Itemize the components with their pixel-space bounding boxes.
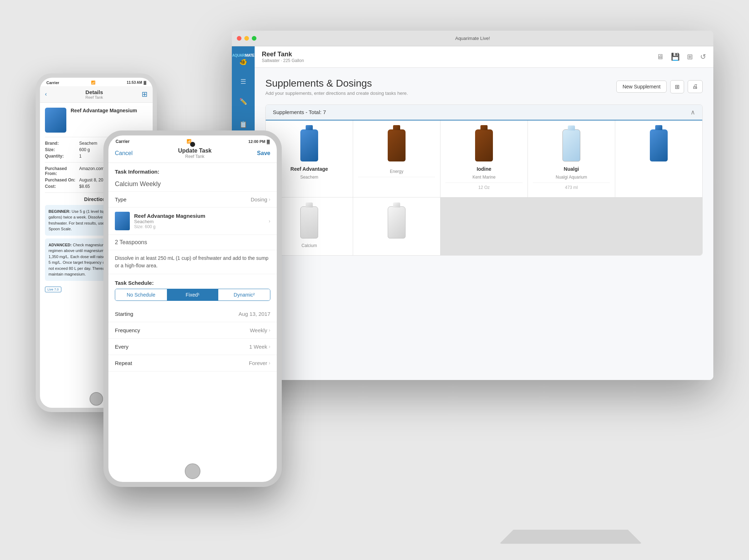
back-button[interactable]: ‹ [45, 91, 47, 97]
print-button[interactable]: 🖨 [688, 80, 703, 93]
front-time: 12:00 PM [248, 139, 265, 144]
supplement-image [644, 128, 673, 163]
iphone-back-status-right: 11:53 AM ▓ [127, 81, 146, 84]
iphone-front-body: Task Information: Calcium Weekly Type Do… [108, 163, 277, 482]
detail-product-row: Reef Advantage Magnesium [45, 108, 148, 133]
action-button[interactable]: ⊞ [142, 90, 148, 98]
iphone-back-status-bar: Carrier 📶 11:53 AM ▓ [40, 78, 153, 86]
supplement-card[interactable]: Iodine Kent Marine 12 Oz [440, 120, 528, 197]
task-name-field[interactable]: Calcium Weekly [108, 177, 277, 192]
schedule-header: Task Schedule: [108, 274, 277, 289]
supplement-brand: Calcium [301, 243, 317, 248]
size-value: 600 g [79, 147, 90, 152]
tab-dynamic[interactable]: Dynamic² [218, 289, 270, 300]
collapse-icon[interactable]: ∧ [691, 108, 695, 116]
sidebar-icon-menu[interactable]: ☰ [238, 76, 249, 87]
product-row[interactable]: Reef Advantage Magnesium Seachem Size: 6… [108, 207, 277, 235]
every-value: 1 Week › [249, 344, 270, 350]
supplement-brand: Nualgi Aquarium [556, 175, 587, 180]
supplement-image [295, 128, 323, 163]
tab-no-schedule[interactable]: No Schedule [115, 289, 167, 300]
tab-fixed[interactable]: Fixed¹ [167, 289, 219, 300]
close-button[interactable] [237, 36, 241, 41]
supplement-card[interactable] [353, 197, 440, 255]
supplement-image [470, 128, 498, 163]
every-label: Every [115, 344, 128, 350]
page-title: Supplements & Dosings [265, 78, 408, 89]
nav-title: Details [86, 89, 103, 95]
quantity-value: 1 [79, 154, 82, 159]
beginner-title: BEGINNER: [49, 209, 71, 214]
supplement-image [382, 205, 411, 240]
page-header-actions: New Supplement ⊞ 🖨 [616, 80, 703, 93]
repeat-row[interactable]: Repeat Forever › [108, 355, 277, 371]
frequency-row[interactable]: Frequency Weekly › [108, 322, 277, 339]
product-brand: Seachem [134, 219, 264, 224]
iphone-back-home-button[interactable] [90, 392, 103, 406]
supplement-size: 473 ml [533, 183, 610, 190]
supplement-image [557, 128, 586, 163]
repeat-label: Repeat [115, 360, 132, 366]
starting-label: Starting [115, 311, 133, 317]
bottle-icon [388, 129, 406, 161]
type-row[interactable]: Type Dosing › [108, 192, 277, 207]
save-icon[interactable]: 💾 [671, 52, 680, 61]
dosage-row[interactable]: 2 Teaspoons [108, 235, 277, 250]
sidebar-icon-tasks[interactable]: 📋 [238, 119, 249, 130]
bottle-icon [388, 206, 406, 238]
nav-center: Update Task Reef Tank [178, 148, 212, 159]
cancel-button[interactable]: Cancel [115, 150, 133, 156]
starting-row[interactable]: Starting Aug 13, 2017 [108, 306, 277, 322]
purchased-from-value: Amazon.com [79, 166, 104, 176]
refresh-icon[interactable]: ↺ [700, 52, 706, 61]
every-text: 1 Week [249, 344, 268, 350]
brand-label: Brand: [45, 141, 77, 146]
minimize-button[interactable] [244, 36, 249, 41]
sidebar-icon-edit[interactable]: ✏️ [238, 96, 249, 107]
supplement-brand: Energy [390, 169, 403, 174]
mac-titlebar: Aquarimate Live! [232, 31, 713, 46]
chevron-icon: › [269, 196, 270, 202]
supplement-brand: Kent Marine [473, 175, 496, 180]
maximize-button[interactable] [252, 36, 256, 41]
repeat-chevron-icon: › [269, 360, 270, 366]
product-info: Reef Advantage Magnesium Seachem Size: 6… [134, 213, 264, 229]
product-chevron-icon: › [269, 218, 270, 224]
monitor-icon[interactable]: 🖥 [657, 53, 664, 61]
frequency-value: Weekly › [250, 327, 270, 333]
nav-subtitle: Reef Tank [178, 154, 212, 159]
frequency-text: Weekly [250, 327, 267, 333]
purchased-from-label: Purchased From: [45, 166, 77, 176]
save-button[interactable]: Save [257, 150, 270, 156]
wifi-icon: 📶 [91, 81, 95, 84]
app-header-info: Reef Tank Saltwater · 225 Gallon [262, 51, 304, 63]
front-camera [190, 142, 195, 147]
nav-title: Update Task [178, 148, 212, 154]
supplement-card[interactable]: Nualgi Nualgi Aquarium 473 ml [528, 120, 615, 197]
type-value: Dosing › [251, 196, 270, 202]
bottle-icon [300, 206, 318, 238]
iphone-front-home-button[interactable] [185, 463, 200, 479]
nav-subtitle: Reef Tank [86, 95, 103, 99]
live-badge: Live 7.0 [45, 287, 61, 292]
cost-value: $8.65 [79, 184, 90, 189]
type-text: Dosing [251, 196, 268, 202]
tank-name: Reef Tank [262, 51, 304, 58]
supplements-grid: Reef Advantage Seachem Energy [266, 120, 702, 255]
page-content: Supplements & Dosings Add your supplemen… [255, 68, 713, 380]
laptop-stand [499, 530, 642, 544]
mac-window: Aquarimate Live! AQUARIMATE 🐠 ☰ ✏️ 📋 [232, 31, 713, 380]
every-row[interactable]: Every 1 Week › [108, 339, 277, 355]
front-battery-icon: ▓ [267, 139, 270, 144]
grid-view-button[interactable]: ⊞ [670, 80, 684, 93]
product-size: Size: 600 g [134, 224, 264, 229]
product-image [45, 108, 66, 133]
supplement-card[interactable]: Energy [353, 120, 440, 197]
new-supplement-button[interactable]: New Supplement [616, 81, 667, 93]
page-header-row: Supplements & Dosings Add your supplemen… [265, 78, 703, 96]
brand-value: Seachem [79, 141, 97, 146]
grid-icon[interactable]: ⊞ [687, 52, 693, 61]
app-header-actions: 🖥 💾 ⊞ ↺ [657, 52, 706, 61]
size-label: Size: [45, 147, 77, 152]
supplement-card[interactable] [615, 120, 702, 197]
